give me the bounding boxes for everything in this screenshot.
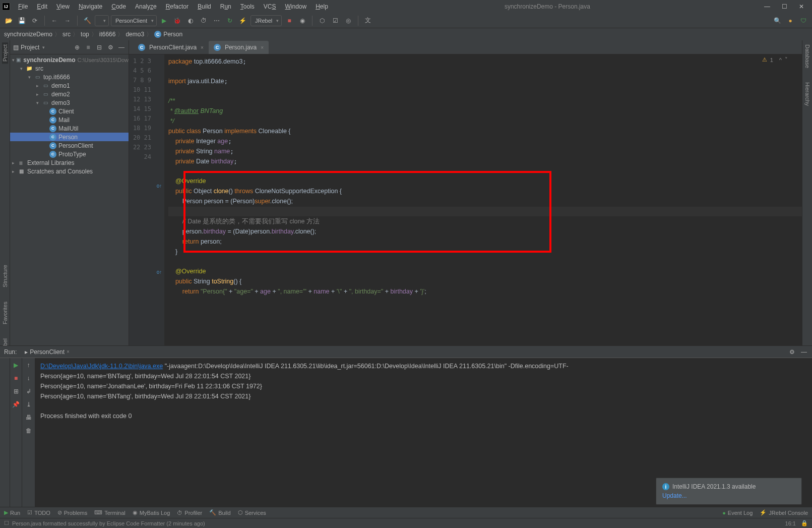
tree-src[interactable]: ▾📁 src bbox=[10, 64, 129, 73]
menu-view[interactable]: View bbox=[52, 2, 74, 11]
tree-pkg[interactable]: ▾▭ top.it6666 bbox=[10, 73, 129, 81]
tree-scratches[interactable]: ▸▦ Scratches and Consoles bbox=[10, 167, 129, 175]
bt-todo[interactable]: ☑TODO bbox=[27, 509, 50, 516]
menu-vcs[interactable]: VCS bbox=[260, 2, 280, 11]
attach-icon[interactable]: ⋯ bbox=[211, 15, 222, 26]
git-icon[interactable]: ⬡ bbox=[317, 15, 328, 26]
menu-navigate[interactable]: Navigate bbox=[75, 2, 106, 11]
tab-person[interactable]: CPerson.java× bbox=[209, 41, 269, 54]
stop-icon[interactable]: ■ bbox=[12, 374, 20, 382]
update-link[interactable]: Update... bbox=[662, 492, 795, 499]
tab-personclient[interactable]: CPersonClient.java× bbox=[133, 41, 209, 54]
collapse-icon[interactable]: ⊟ bbox=[95, 43, 103, 51]
layout-icon[interactable]: ⊞ bbox=[12, 387, 20, 395]
print-icon[interactable]: 🖶 bbox=[25, 414, 33, 422]
run-icon[interactable]: ▶ bbox=[159, 15, 170, 26]
gear-icon[interactable]: ⚙ bbox=[788, 348, 796, 356]
save-icon[interactable]: 💾 bbox=[16, 15, 27, 26]
profile-icon[interactable]: ⏱ bbox=[198, 15, 209, 26]
scroll-icon[interactable]: ⤓ bbox=[25, 400, 33, 408]
tree-mailutil[interactable]: CMailUtil bbox=[10, 124, 129, 133]
java-path-link[interactable]: D:\Develop\Java\Jdk\jdk-11.0.2\bin\java.… bbox=[40, 363, 163, 370]
rerun-icon[interactable]: ↻ bbox=[224, 15, 235, 26]
hide-icon[interactable]: — bbox=[800, 348, 808, 356]
minimize-button[interactable]: — bbox=[763, 2, 772, 11]
menu-build[interactable]: Build bbox=[194, 2, 215, 11]
bt-services[interactable]: ⬡Services bbox=[238, 509, 266, 516]
menu-run[interactable]: Run bbox=[216, 2, 235, 11]
bt-mybatis[interactable]: ◉MyBatis Log bbox=[133, 509, 170, 516]
debug-icon[interactable]: 🐞 bbox=[172, 15, 183, 26]
override-icon[interactable]: o↑ bbox=[154, 181, 164, 191]
tree-personclient[interactable]: CPersonClient bbox=[10, 141, 129, 150]
sync-icon[interactable]: ⟳ bbox=[29, 15, 40, 26]
bt-terminal[interactable]: ⌨Terminal bbox=[94, 509, 126, 516]
tree-mail[interactable]: CMail bbox=[10, 115, 129, 124]
close-button[interactable]: ✕ bbox=[797, 2, 806, 11]
rail-hierarchy[interactable]: Hierarchy bbox=[804, 80, 810, 108]
rail-database[interactable]: Database bbox=[804, 42, 810, 70]
menu-help[interactable]: Help bbox=[311, 2, 332, 11]
hide-icon[interactable]: — bbox=[117, 43, 126, 51]
code-editor[interactable]: package top.it6666.demo3; import java.ut… bbox=[164, 54, 802, 346]
maximize-button[interactable]: ☐ bbox=[780, 2, 789, 11]
tree-person[interactable]: CPerson bbox=[10, 133, 129, 141]
close-icon[interactable]: × bbox=[201, 45, 204, 50]
run-config-combo[interactable]: PersonClient bbox=[111, 15, 157, 26]
menu-edit[interactable]: Edit bbox=[33, 2, 51, 11]
crumb-project[interactable]: synchronizeDemo bbox=[4, 31, 52, 38]
editor-inspections[interactable]: ⚠1 ^˅ bbox=[762, 56, 788, 63]
run-tab[interactable]: ▸PersonClient× bbox=[21, 347, 74, 357]
gear-icon[interactable]: ⚙ bbox=[106, 43, 114, 51]
close-icon[interactable]: × bbox=[67, 349, 70, 355]
lock-icon[interactable]: 🔒 bbox=[801, 520, 808, 526]
menu-tools[interactable]: Tools bbox=[236, 2, 259, 11]
crumb-demo3[interactable]: demo3 bbox=[126, 31, 144, 38]
menu-refactor[interactable]: Refactor bbox=[162, 2, 193, 11]
tree-demo1[interactable]: ▸▭ demo1 bbox=[10, 81, 129, 90]
tree-root[interactable]: ▾▣ synchronizeDemo C:\Users\30315\Dow bbox=[10, 55, 129, 64]
build-icon[interactable]: 🔨 bbox=[82, 15, 93, 26]
bt-eventlog[interactable]: ●Event Log bbox=[722, 510, 753, 516]
tree-client[interactable]: CClient bbox=[10, 107, 129, 115]
coverage-icon[interactable]: ◐ bbox=[185, 15, 196, 26]
crumb-src[interactable]: src bbox=[63, 31, 71, 38]
rail-project[interactable]: Project bbox=[2, 42, 8, 64]
crumb-top[interactable]: top bbox=[81, 31, 89, 38]
round-icon[interactable]: ◉ bbox=[297, 15, 308, 26]
tip-icon[interactable]: ● bbox=[785, 15, 796, 26]
bt-build[interactable]: 🔨Build bbox=[209, 509, 230, 516]
tree-demo3[interactable]: ▾▭ demo3 bbox=[10, 98, 129, 107]
override-icon[interactable]: o↑ bbox=[154, 267, 164, 277]
expand-icon[interactable]: ≡ bbox=[84, 43, 92, 51]
cursor-position[interactable]: 16:1 bbox=[785, 520, 796, 526]
menu-code[interactable]: Code bbox=[107, 2, 130, 11]
shield-icon[interactable]: 🛡 bbox=[798, 15, 809, 26]
check-icon[interactable]: ☑ bbox=[330, 15, 341, 26]
bt-profiler[interactable]: ⏱Profiler bbox=[177, 510, 202, 516]
build-combo[interactable] bbox=[95, 15, 109, 26]
menu-file[interactable]: File bbox=[14, 2, 32, 11]
pin-icon[interactable]: 📌 bbox=[12, 400, 20, 408]
tree-prototype[interactable]: CProtoType bbox=[10, 150, 129, 158]
crumb-person[interactable]: CPerson bbox=[154, 31, 182, 38]
menu-window[interactable]: Window bbox=[281, 2, 310, 11]
close-icon[interactable]: × bbox=[261, 45, 264, 50]
search-icon[interactable]: 🔍 bbox=[772, 15, 783, 26]
panel-title[interactable]: ▤Project bbox=[13, 44, 71, 51]
crumb-it6666[interactable]: it6666 bbox=[99, 31, 116, 38]
back-icon[interactable]: ← bbox=[49, 15, 60, 26]
bt-run[interactable]: ▶Run bbox=[4, 509, 20, 516]
rail-favorites[interactable]: Favorites bbox=[2, 300, 8, 326]
jrebel-combo[interactable]: JRebel bbox=[251, 15, 282, 26]
locate-icon[interactable]: ⊕ bbox=[73, 43, 81, 51]
forward-icon[interactable]: → bbox=[62, 15, 73, 26]
rerun-icon[interactable]: ▶ bbox=[12, 361, 20, 369]
wrap-icon[interactable]: ↲ bbox=[25, 387, 33, 395]
more-icon[interactable]: ◎ bbox=[343, 15, 354, 26]
tree-extlib[interactable]: ▸⫼ External Libraries bbox=[10, 158, 129, 167]
open-icon[interactable]: 📂 bbox=[3, 15, 14, 26]
down-icon[interactable]: ↓ bbox=[25, 374, 33, 382]
trash-icon[interactable]: 🗑 bbox=[25, 427, 33, 435]
stop-icon[interactable]: ■ bbox=[284, 15, 295, 26]
